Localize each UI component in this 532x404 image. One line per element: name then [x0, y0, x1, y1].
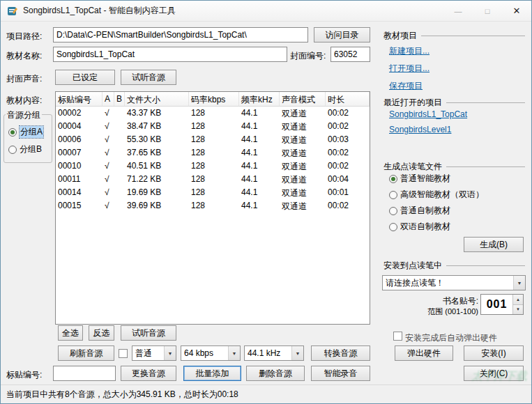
auto-eject-checkbox[interactable] — [393, 332, 402, 341]
minimize-button[interactable]: — — [443, 1, 473, 22]
radio-bilingual-selfmade-textbook[interactable]: 双语自制教材 — [389, 221, 450, 233]
install-section-title: 安装到点读笔中 — [383, 260, 442, 272]
project-section-title: 教材项目 — [383, 30, 417, 42]
table-header-cell[interactable]: 声音模式 — [280, 92, 326, 106]
book-label-title: 书名贴号: — [391, 295, 478, 307]
pen-device-select-value: 请连接点读笔！ — [383, 277, 513, 289]
audio-group-box: 音源分组 分组A 分组B — [3, 114, 52, 163]
eject-hardware-button[interactable]: 弹出硬件 — [395, 345, 453, 361]
status-bar: 当前项目中共有8个音源，总大小为345.91 KB，总时长为00:18 — [1, 384, 531, 403]
change-audio-button[interactable]: 更换音源 — [121, 366, 176, 381]
recent-project-link-1[interactable]: SongbirdsL1_TopCat — [389, 109, 467, 119]
cover-sound-set-button[interactable]: 已设定 — [55, 70, 115, 85]
table-header-cell[interactable]: 标贴编号 — [56, 92, 102, 106]
table-cell: 00002 — [56, 107, 102, 120]
radio-normal-smart-textbook[interactable]: 普通智能教材 — [389, 173, 450, 185]
label-number-input[interactable] — [53, 366, 116, 381]
table-cell: 00011 — [56, 173, 102, 186]
quality-select[interactable]: 普通 ▼ — [132, 345, 176, 361]
table-cell: 双通道 — [280, 133, 326, 146]
save-project-link[interactable]: 保存项目 — [389, 80, 423, 92]
bitrate-select[interactable]: 64 kbps ▼ — [181, 345, 241, 361]
pen-device-select[interactable]: 请连接点读笔！ ▼ — [382, 275, 526, 290]
section-divider — [446, 166, 525, 167]
chevron-down-icon: ▼ — [164, 346, 176, 360]
book-number-spinner[interactable]: 001 ▲ ▼ — [480, 294, 524, 315]
maximize-button[interactable]: □ — [473, 1, 502, 22]
convert-audio-button[interactable]: 转换音源 — [311, 345, 370, 361]
table-cell: 双通道 — [280, 107, 326, 120]
bitrate-select-value: 64 kbps — [181, 348, 228, 358]
table-header-cell[interactable]: A — [102, 92, 114, 106]
select-all-button[interactable]: 全选 — [58, 325, 83, 341]
install-button[interactable]: 安装(I) — [464, 345, 524, 361]
table-cell: √ — [102, 133, 114, 146]
close-window-button[interactable]: ✕ — [502, 1, 531, 22]
batch-add-button[interactable]: 批量添加 — [183, 366, 241, 381]
table-cell: 43.37 KB — [125, 107, 189, 120]
table-row[interactable]: 00006√55.30 KB12844.1双通道00:03 — [56, 133, 370, 146]
open-project-link[interactable]: 打开项目... — [389, 63, 430, 75]
radio-group-a[interactable]: 分组A — [8, 126, 43, 138]
table-cell: 128 — [189, 133, 239, 146]
delete-audio-button[interactable]: 删除音源 — [246, 366, 305, 381]
table-cell: 55.30 KB — [125, 133, 189, 146]
table-header-cell[interactable]: 文件大小 — [125, 92, 189, 106]
visit-directory-button[interactable]: 访问目录 — [314, 27, 370, 42]
recent-project-link-2[interactable]: SongbirdsLevel1 — [389, 125, 451, 134]
table-header-cell[interactable]: 时长 — [326, 92, 370, 106]
table-row[interactable]: 00011√71.22 KB12844.1双通道00:04 — [56, 173, 370, 186]
frequency-select[interactable]: 44.1 kHz ▼ — [244, 345, 304, 361]
content-label: 教材内容: — [6, 95, 42, 107]
cover-number-label: 封面编号: — [290, 50, 326, 62]
project-path-input[interactable] — [53, 27, 308, 42]
table-cell — [114, 199, 125, 212]
table-header-cell[interactable]: B — [114, 92, 125, 106]
close-button[interactable]: 关闭(C) — [464, 366, 524, 381]
table-cell: 双通道 — [280, 186, 326, 199]
refresh-audio-button[interactable]: 刷新音源 — [58, 345, 114, 361]
section-title-generate: 生成点读笔文件 — [383, 161, 525, 173]
smart-record-button[interactable]: 智能录音 — [311, 366, 370, 381]
convert-checkbox[interactable] — [119, 349, 128, 358]
radio-group-b[interactable]: 分组B — [8, 143, 42, 155]
table-cell: 00:02 — [326, 160, 370, 173]
table-row[interactable]: 00004√38.47 KB12844.1双通道00:02 — [56, 120, 370, 133]
cover-number-input[interactable] — [330, 47, 370, 62]
cover-sound-listen-button[interactable]: 试听音源 — [121, 70, 176, 85]
table-row[interactable]: 00015√39.69 KB12844.1双通道00:02 — [56, 199, 370, 212]
table-cell — [114, 146, 125, 160]
listen-audio-button[interactable]: 试听音源 — [121, 325, 176, 341]
generate-button[interactable]: 生成(B) — [464, 237, 524, 252]
table-header-cell[interactable]: 码率kbps — [189, 92, 239, 106]
table-cell: 40.51 KB — [125, 160, 189, 173]
table-row[interactable]: 00002√43.37 KB12844.1双通道00:02 — [56, 107, 370, 120]
table-cell: √ — [102, 160, 114, 173]
radio-icon — [389, 175, 397, 183]
table-row[interactable]: 00014√19.69 KB12844.1双通道00:01 — [56, 186, 370, 199]
radio-normal-selfmade-textbook[interactable]: 普通自制教材 — [389, 205, 450, 217]
textbook-name-input[interactable] — [53, 47, 287, 62]
table-cell: √ — [102, 107, 114, 120]
table-row[interactable]: 00007√37.65 KB12844.1双通道00:02 — [56, 146, 370, 160]
table-header-cell[interactable]: 频率kHz — [239, 92, 280, 106]
spinner-down-button[interactable]: ▼ — [513, 305, 523, 315]
table-cell — [114, 186, 125, 199]
radio-label: 普通自制教材 — [400, 205, 450, 217]
label-number-label: 标贴编号: — [6, 369, 42, 381]
spinner-up-button[interactable]: ▲ — [513, 295, 523, 305]
table-cell: 128 — [189, 120, 239, 133]
radio-advanced-smart-textbook[interactable]: 高级智能教材（双语） — [389, 189, 484, 201]
table-cell: 双通道 — [280, 146, 326, 160]
invert-select-button[interactable]: 反选 — [89, 325, 114, 341]
table-cell: 00015 — [56, 199, 102, 212]
chevron-down-icon: ▼ — [228, 346, 240, 360]
table-cell: 00:01 — [326, 186, 370, 199]
table-cell: 128 — [189, 146, 239, 160]
new-project-link[interactable]: 新建项目... — [389, 45, 430, 57]
table-cell: 37.65 KB — [125, 146, 189, 160]
table-cell: 00014 — [56, 186, 102, 199]
table-row[interactable]: 00010√40.51 KB12844.1双通道00:02 — [56, 160, 370, 173]
section-divider — [446, 265, 525, 266]
auto-eject-label: 安装完成后自动弹出硬件 — [405, 332, 497, 344]
